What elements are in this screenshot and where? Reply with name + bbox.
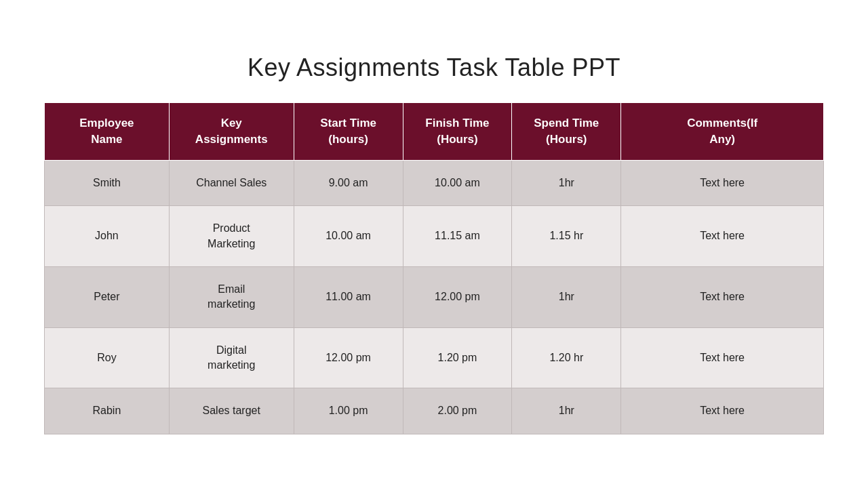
header-row: EmployeeName KeyAssignments Start Time(h… [45,103,824,161]
cell-finish: 12.00 pm [403,266,512,327]
header-comments: Comments(IfAny) [621,103,824,161]
header-finish-time: Finish Time(Hours) [403,103,512,161]
cell-spend: 1hr [512,160,621,205]
cell-finish: 11.15 am [403,206,512,267]
cell-spend: 1.20 hr [512,327,621,388]
header-start-time: Start Time(hours) [294,103,403,161]
cell-comments: Text here [621,160,824,205]
cell-start: 11.00 am [294,266,403,327]
cell-employee: Peter [45,266,170,327]
cell-assignment: Digitalmarketing [169,327,294,388]
cell-comments: Text here [621,266,824,327]
cell-assignment: ProductMarketing [169,206,294,267]
cell-comments: Text here [621,327,824,388]
table-row: JohnProductMarketing10.00 am11.15 am1.15… [45,206,824,267]
cell-finish: 10.00 am [403,160,512,205]
header-employee: EmployeeName [45,103,170,161]
cell-employee: Roy [45,327,170,388]
cell-spend: 1hr [512,388,621,434]
cell-spend: 1hr [512,266,621,327]
table-container: EmployeeName KeyAssignments Start Time(h… [44,102,824,434]
cell-assignment: Sales target [169,388,294,434]
header-spend-time: Spend Time(Hours) [512,103,621,161]
header-key-assignments: KeyAssignments [169,103,294,161]
cell-start: 9.00 am [294,160,403,205]
page-title: Key Assignments Task Table PPT [248,54,620,82]
cell-comments: Text here [621,388,824,434]
cell-comments: Text here [621,206,824,267]
table-row: RoyDigitalmarketing12.00 pm1.20 pm1.20 h… [45,327,824,388]
cell-start: 10.00 am [294,206,403,267]
cell-employee: John [45,206,170,267]
cell-assignment: Emailmarketing [169,266,294,327]
table-row: PeterEmailmarketing11.00 am12.00 pm1hrTe… [45,266,824,327]
cell-finish: 1.20 pm [403,327,512,388]
table-row: RabinSales target1.00 pm2.00 pm1hrText h… [45,388,824,434]
table-row: SmithChannel Sales9.00 am10.00 am1hrText… [45,160,824,205]
cell-start: 12.00 pm [294,327,403,388]
cell-employee: Smith [45,160,170,205]
assignments-table: EmployeeName KeyAssignments Start Time(h… [44,102,824,434]
cell-start: 1.00 pm [294,388,403,434]
cell-employee: Rabin [45,388,170,434]
cell-spend: 1.15 hr [512,206,621,267]
cell-assignment: Channel Sales [169,160,294,205]
cell-finish: 2.00 pm [403,388,512,434]
